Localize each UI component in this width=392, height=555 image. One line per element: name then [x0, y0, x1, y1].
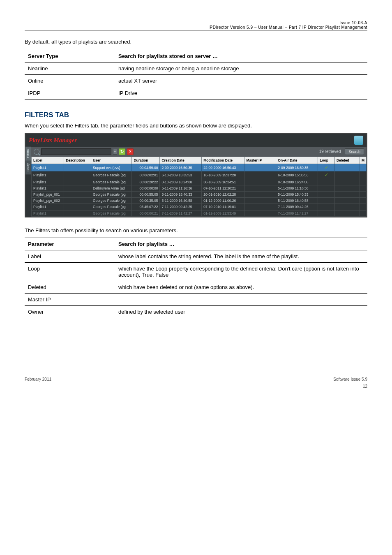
grid-col-header[interactable]: Master IP [244, 157, 276, 164]
issue-label: Issue 10.03.A [339, 21, 367, 25]
dropdown-icon[interactable]: ▾ [113, 149, 117, 155]
check-icon: ✓ [320, 172, 333, 178]
type-cell: IPDP [25, 87, 115, 99]
table-row[interactable]: Playlist1Georges Pascale (pg05:45:07:227… [32, 204, 367, 210]
table-row[interactable]: Playlist_pge_001Georges Pascale (pg00:00… [32, 191, 367, 197]
side-tabs: Filters Today [25, 147, 31, 217]
filters-tagline: The Filters tab offers possibility to se… [25, 227, 367, 234]
col-parameter: Parameter [25, 238, 115, 250]
refresh-button[interactable]: ↻ [119, 148, 125, 155]
table-row[interactable]: Playlist_pge_002Georges Pascale (pg00:00… [32, 198, 367, 204]
results-grid[interactable]: LabelDescriptionUserDurationCreation Dat… [31, 157, 367, 217]
col-search-for: Search for playlists stored on server … [115, 50, 367, 62]
grid-col-header[interactable]: Creation Date [160, 157, 202, 164]
grid-col-header[interactable]: M [360, 157, 367, 164]
grid-col-header[interactable]: Label [32, 157, 64, 164]
tab-filters[interactable]: Filters [25, 147, 31, 161]
param-desc-cell: defined by the selected user [115, 305, 367, 318]
search-icon [34, 149, 39, 155]
footer-page: 12 [25, 384, 367, 388]
param-cell: Loop [25, 262, 115, 281]
col-server-type: Server Type [25, 50, 115, 62]
server-types-table: Server Type Search for playlists stored … [25, 50, 367, 99]
grid-col-header[interactable]: Loop [318, 157, 335, 164]
tab-today[interactable]: Today [25, 161, 31, 174]
grid-col-header[interactable]: Duration [132, 157, 160, 164]
type-cell: Nearline [25, 62, 115, 75]
param-desc-cell: which have been deleted or not (same opt… [115, 281, 367, 293]
filters-body: When you select the Filters tab, the par… [25, 123, 367, 129]
type-desc-cell: having nearline storage or being a nearl… [115, 62, 367, 75]
param-cell: Master IP [25, 293, 115, 305]
grid-col-header[interactable]: Deleted [334, 157, 360, 164]
type-cell: Online [25, 75, 115, 87]
grid-col-header[interactable]: User [91, 157, 132, 164]
grid-col-header[interactable]: Modification Date [202, 157, 244, 164]
table-row[interactable]: Playlist1Delbruyere Anne (ad00:00:00:005… [32, 185, 367, 191]
param-desc-cell [115, 293, 367, 305]
grid-col-header[interactable]: On-Air Date [276, 157, 318, 164]
col-search-for2: Search for playlists … [115, 238, 367, 250]
table-row[interactable]: Playlist1Georges Pascale (pg00:00:20:220… [32, 179, 367, 185]
param-cell: Owner [25, 305, 115, 318]
product-label: IPDirector Version 5.9 – User Manual – P… [208, 25, 367, 30]
page-footer: February 2011 Software Issue 5.9 12 [25, 376, 367, 388]
param-cell: Label [25, 250, 115, 262]
footer-right: Software Issue 5.9 [333, 377, 367, 382]
param-desc-cell: which have the Loop property correspondi… [115, 262, 367, 281]
param-desc-cell: whose label contains the string entered.… [115, 250, 367, 262]
grid-col-header[interactable]: Description [64, 157, 91, 164]
type-desc-cell: actual XT server [115, 75, 367, 87]
table-row[interactable]: Playlist1Support evs (evs)00:04:59:002-0… [32, 164, 367, 171]
table-row[interactable]: Playlist1Georges Pascale (pg00:00:00:217… [32, 210, 367, 216]
type-desc-cell: IP Drive [115, 87, 367, 99]
search-button[interactable]: Search [345, 148, 364, 155]
clear-button[interactable]: × [127, 148, 134, 155]
check-icon: ✓ [320, 165, 333, 170]
app-toolbar: ▾ ↻ × 19 retrieved Search [31, 147, 367, 157]
param-cell: Deleted [25, 281, 115, 293]
app-title: PlayLists Manager [29, 136, 77, 144]
table-row[interactable]: Playlist1Georges Pascale (pg00:06:02:016… [32, 171, 367, 179]
app-logo-icon [354, 136, 363, 145]
search-input[interactable] [41, 148, 111, 155]
footer-left: February 2011 [25, 377, 51, 382]
page-header: Issue 10.03.A IPDirector Version 5.9 – U… [25, 21, 367, 30]
retrieved-count: 19 retrieved [319, 149, 341, 154]
intro-line: By default, all types of playlists are s… [25, 39, 367, 45]
playlists-manager-panel: PlayLists Manager Filters Today ▾ ↻ × 19… [25, 133, 367, 217]
filters-params-table: Parameter Search for playlists … Labelwh… [25, 238, 367, 318]
filters-tab-heading: FILTERS TAB [25, 111, 367, 119]
